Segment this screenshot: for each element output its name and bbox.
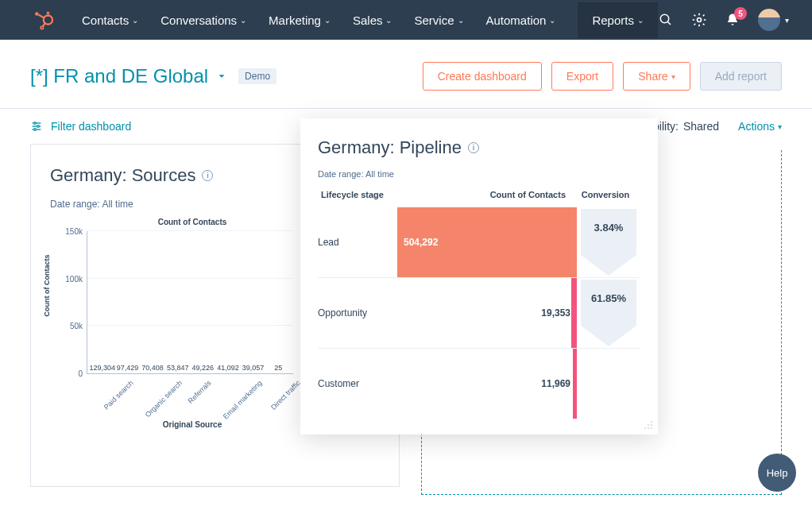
svg-point-3 xyxy=(41,26,43,29)
col-stage: Lifecycle stage xyxy=(321,190,400,199)
chevron-down-icon: ⌄ xyxy=(324,16,331,25)
svg-point-7 xyxy=(660,14,669,23)
settings-icon[interactable] xyxy=(691,12,707,28)
actions-dropdown[interactable]: Actions ▾ xyxy=(738,120,782,133)
x-tick: Organic search xyxy=(143,379,183,419)
resize-handle-icon[interactable] xyxy=(640,417,653,430)
svg-point-13 xyxy=(34,122,37,125)
svg-point-20 xyxy=(648,427,649,429)
top-nav: Contacts⌄Conversations⌄Marketing⌄Sales⌄S… xyxy=(0,0,812,40)
count-value: 504,292 xyxy=(404,237,438,248)
export-button[interactable]: Export xyxy=(551,62,613,91)
pipeline-report-card: Germany: Pipeline i Date range: All time… xyxy=(300,118,658,435)
svg-point-0 xyxy=(44,15,52,24)
nav-automation[interactable]: Automation⌄ xyxy=(486,14,556,27)
nav-sales[interactable]: Sales⌄ xyxy=(353,14,392,27)
notification-badge: 5 xyxy=(734,7,747,20)
chevron-down-icon: ⌄ xyxy=(458,16,464,25)
svg-line-6 xyxy=(43,23,45,26)
create-dashboard-button[interactable]: Create dashboard xyxy=(423,62,542,91)
conversion-value: 61.85% xyxy=(577,292,640,304)
notifications-icon[interactable]: 5 xyxy=(725,12,740,28)
svg-line-8 xyxy=(667,21,671,25)
chevron-down-icon: ⌄ xyxy=(549,16,555,25)
info-icon[interactable]: i xyxy=(468,142,479,153)
avatar[interactable]: ▾ xyxy=(758,12,789,28)
x-tick: Paid search xyxy=(102,379,135,411)
stage-label: Customer xyxy=(318,349,397,419)
stage-label: Opportunity xyxy=(318,278,397,348)
nav-conversations[interactable]: Conversations⌄ xyxy=(160,14,246,27)
nav-contacts[interactable]: Contacts⌄ xyxy=(82,14,138,27)
x-tick: Referrals xyxy=(186,379,212,405)
caret-down-icon: ▾ xyxy=(671,72,675,81)
chevron-down-icon: ⌄ xyxy=(132,16,138,25)
add-report-button: Add report xyxy=(700,62,782,91)
main-content: Germany: Sources i Date range: All time … xyxy=(0,144,812,487)
chevron-down-icon: ▾ xyxy=(785,16,789,25)
x-tick: Email marketing xyxy=(222,379,264,421)
dashboard-title: [*] FR and DE Global xyxy=(30,65,208,87)
nav-marketing[interactable]: Marketing⌄ xyxy=(269,14,331,27)
date-range-label: Date range: All time xyxy=(318,169,640,179)
svg-point-15 xyxy=(34,129,37,131)
card-title: Germany: Sources xyxy=(50,165,195,186)
hubspot-logo[interactable] xyxy=(33,8,54,32)
svg-line-4 xyxy=(39,15,45,18)
chevron-down-icon xyxy=(216,71,227,82)
bar-chart: Count of Contacts Count of Contacts 050k… xyxy=(45,218,300,432)
y-tick: 50k xyxy=(70,322,87,330)
count-value: 11,969 xyxy=(541,378,570,389)
info-icon[interactable]: i xyxy=(202,170,213,181)
nav-reports[interactable]: Reports⌄ xyxy=(578,2,658,38)
x-axis-label: Original Source xyxy=(85,420,300,429)
y-tick: 0 xyxy=(78,369,87,378)
chevron-down-icon: ⌄ xyxy=(385,16,392,25)
caret-down-icon: ▾ xyxy=(778,122,782,131)
y-axis-label: Count of Contacts xyxy=(43,254,51,316)
svg-point-17 xyxy=(651,424,652,426)
dashboard-header: [*] FR and DE Global Demo Create dashboa… xyxy=(0,40,812,108)
chart-top-title: Count of Contacts xyxy=(85,218,300,226)
svg-point-1 xyxy=(47,12,49,14)
col-count: Count of Contacts xyxy=(400,190,574,199)
filter-label: Filter dashboard xyxy=(51,120,131,133)
demo-tag: Demo xyxy=(238,68,276,84)
dashboard-title-selector[interactable]: [*] FR and DE Global Demo xyxy=(30,65,276,87)
filter-icon xyxy=(30,120,43,133)
svg-point-16 xyxy=(651,421,652,423)
col-conversion: Conversion xyxy=(574,190,637,199)
funnel-row: Lead504,2923.84% xyxy=(318,207,640,277)
svg-point-2 xyxy=(35,12,39,16)
svg-point-9 xyxy=(697,18,701,22)
y-tick: 150k xyxy=(65,227,87,236)
funnel-row: Customer11,969 xyxy=(318,348,640,419)
funnel-row: Opportunity19,35361.85% xyxy=(318,277,640,348)
y-tick: 100k xyxy=(65,274,87,283)
svg-point-14 xyxy=(37,126,40,128)
svg-point-21 xyxy=(644,427,646,429)
search-icon[interactable] xyxy=(658,12,674,28)
svg-point-18 xyxy=(651,427,652,429)
filter-dashboard-button[interactable]: Filter dashboard xyxy=(30,120,131,133)
x-tick: Direct traffic xyxy=(269,379,302,411)
stage-label: Lead xyxy=(318,207,397,277)
share-button[interactable]: Share▾ xyxy=(623,62,690,91)
help-button[interactable]: Help xyxy=(758,454,796,492)
svg-point-19 xyxy=(648,424,649,426)
nav-service[interactable]: Service⌄ xyxy=(414,14,463,27)
visibility-value: Shared xyxy=(683,120,719,133)
card-title: Germany: Pipeline xyxy=(318,137,462,158)
chevron-down-icon: ⌄ xyxy=(240,16,246,25)
count-value: 19,353 xyxy=(541,307,570,319)
chevron-down-icon: ⌄ xyxy=(637,16,644,25)
conversion-value: 3.84% xyxy=(577,222,640,234)
